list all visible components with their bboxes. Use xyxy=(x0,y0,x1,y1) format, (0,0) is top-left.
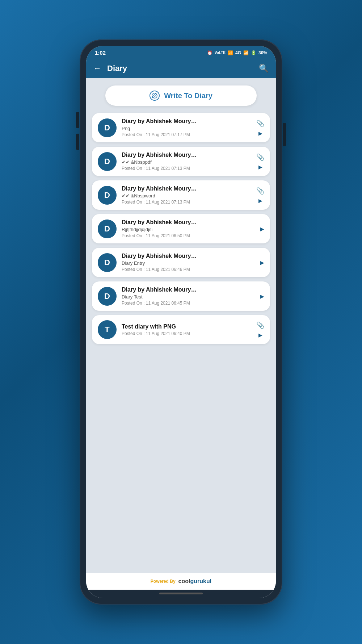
entry-actions: 📎 ▶ xyxy=(256,187,264,204)
chevron-right-icon[interactable]: ▶ xyxy=(260,293,264,299)
entry-actions: ▶ xyxy=(260,293,264,299)
chevron-right-icon[interactable]: ▶ xyxy=(258,164,262,170)
entry-content: Diary by Abhishek Moury… ✔✔ &Nbsppdf Pos… xyxy=(122,152,251,171)
entry-subtitle: Png xyxy=(122,126,251,131)
entry-avatar: D xyxy=(98,152,117,171)
write-button-label: Write To Diary xyxy=(164,92,212,100)
entry-content: Diary by Abhishek Moury… Diary Test Post… xyxy=(122,287,255,306)
entry-actions: 📎 ▶ xyxy=(256,153,264,170)
entry-title: Diary by Abhishek Moury… xyxy=(122,118,251,125)
entry-title: Diary by Abhishek Moury… xyxy=(122,152,251,158)
entry-title: Diary by Abhishek Moury… xyxy=(122,253,255,259)
battery-icon: 🔋 xyxy=(251,50,256,55)
entry-avatar: T xyxy=(98,320,117,339)
diary-entry-card[interactable]: D Diary by Abhishek Moury… Diary Entry P… xyxy=(92,248,270,277)
attachment-icon: 📎 xyxy=(256,120,264,127)
footer: Powered By coolgurukul xyxy=(86,573,276,590)
entry-actions: ▶ xyxy=(260,226,264,232)
app-header: ← Diary 🔍 xyxy=(86,59,276,78)
entry-avatar: D xyxy=(98,253,117,272)
entry-subtitle: ✔✔ &Nbspword xyxy=(122,193,251,198)
write-to-diary-button[interactable]: Write To Diary xyxy=(105,85,257,106)
entry-actions: 📎 ▶ xyxy=(256,120,264,136)
svg-point-0 xyxy=(152,93,157,98)
diary-entry-card[interactable]: D Diary by Abhishek Moury… ✔✔ &Nbsppdf P… xyxy=(92,147,270,176)
entry-title: Diary by Abhishek Moury… xyxy=(122,287,255,293)
page-title: Diary xyxy=(107,64,253,73)
attachment-icon: 📎 xyxy=(256,321,264,329)
entry-content: Diary by Abhishek Moury… ✔✔ &Nbspword Po… xyxy=(122,185,251,205)
lte-icon: VoLTE xyxy=(215,51,226,55)
battery-label: 30% xyxy=(258,50,267,55)
powered-by-label: Powered By xyxy=(151,579,176,584)
diary-entry-card[interactable]: D Diary by Abhishek Moury… Diary Test Po… xyxy=(92,281,270,311)
entry-date: Posted On : 11 Aug 2021 06:46 PM xyxy=(122,267,255,272)
chevron-right-icon[interactable]: ▶ xyxy=(258,130,262,136)
status-time: 1:02 xyxy=(95,50,106,56)
chevron-right-icon[interactable]: ▶ xyxy=(258,332,262,338)
volume-down-button[interactable] xyxy=(76,134,79,150)
network-label: 4G xyxy=(235,50,241,55)
home-bar[interactable] xyxy=(159,593,203,594)
content-area: Write To Diary D Diary by Abhishek Moury… xyxy=(86,78,276,573)
chevron-right-icon[interactable]: ▶ xyxy=(258,198,262,204)
entry-date: Posted On : 11 Aug 2021 06:40 PM xyxy=(122,331,251,336)
alarm-icon: ⏰ xyxy=(207,50,212,55)
entry-content: Diary by Abhishek Moury… Png Posted On :… xyxy=(122,118,251,137)
edit-icon xyxy=(150,91,160,101)
entry-avatar: D xyxy=(98,219,117,238)
entry-avatar: D xyxy=(98,186,117,205)
entry-subtitle: Diary Test xyxy=(122,294,255,300)
brand-gurukul: gurukul xyxy=(190,578,211,584)
entry-actions: 📎 ▶ xyxy=(256,321,264,338)
volume-up-button[interactable] xyxy=(76,112,79,128)
chevron-right-icon[interactable]: ▶ xyxy=(260,260,264,265)
status-bar: 1:02 ⏰ VoLTE 📶 4G 📶 🔋 30% xyxy=(86,46,276,59)
diary-entry-card[interactable]: T Test diary with PNG Posted On : 11 Aug… xyxy=(92,315,270,344)
search-button[interactable]: 🔍 xyxy=(259,64,269,73)
phone-screen: 1:02 ⏰ VoLTE 📶 4G 📶 🔋 30% ← Diary 🔍 xyxy=(86,46,276,598)
entry-subtitle: Rjjfjfhdjjdjdjdjsi xyxy=(122,227,255,232)
entry-subtitle: Diary Entry xyxy=(122,260,255,266)
entry-content: Diary by Abhishek Moury… Diary Entry Pos… xyxy=(122,253,255,272)
write-button-container: Write To Diary xyxy=(92,85,270,106)
entry-date: Posted On : 11 Aug 2021 07:13 PM xyxy=(122,200,251,205)
entry-avatar: D xyxy=(98,118,117,137)
entry-title: Test diary with PNG xyxy=(122,323,251,330)
attachment-icon: 📎 xyxy=(256,153,264,161)
entry-date: Posted On : 11 Aug 2021 07:17 PM xyxy=(122,132,251,137)
entry-date: Posted On : 11 Aug 2021 06:50 PM xyxy=(122,233,255,238)
signal-icon: 📶 xyxy=(243,50,249,55)
diary-entry-card[interactable]: D Diary by Abhishek Moury… ✔✔ &Nbspword … xyxy=(92,180,270,210)
status-icons: ⏰ VoLTE 📶 4G 📶 🔋 30% xyxy=(207,50,267,55)
power-button[interactable] xyxy=(283,123,286,146)
entry-subtitle: ✔✔ &Nbsppdf xyxy=(122,159,251,165)
attachment-icon: 📎 xyxy=(256,187,264,195)
wifi-icon: 📶 xyxy=(228,50,233,55)
entry-content: Test diary with PNG Posted On : 11 Aug 2… xyxy=(122,323,251,336)
entry-title: Diary by Abhishek Moury… xyxy=(122,185,251,192)
phone-frame: 1:02 ⏰ VoLTE 📶 4G 📶 🔋 30% ← Diary 🔍 xyxy=(80,39,282,605)
brand-label: coolgurukul xyxy=(178,578,212,585)
brand-cool: cool xyxy=(178,578,190,584)
back-button[interactable]: ← xyxy=(93,64,101,73)
entry-avatar: D xyxy=(98,287,117,306)
diary-entry-card[interactable]: D Diary by Abhishek Moury… Png Posted On… xyxy=(92,113,270,142)
entry-content: Diary by Abhishek Moury… Rjjfjfhdjjdjdjd… xyxy=(122,219,255,238)
entry-date: Posted On : 11 Aug 2021 07:13 PM xyxy=(122,166,251,171)
chevron-right-icon[interactable]: ▶ xyxy=(260,226,264,232)
diary-entries-list: D Diary by Abhishek Moury… Png Posted On… xyxy=(92,113,270,344)
home-indicator-area xyxy=(86,590,276,598)
diary-entry-card[interactable]: D Diary by Abhishek Moury… Rjjfjfhdjjdjd… xyxy=(92,214,270,243)
entry-actions: ▶ xyxy=(260,260,264,265)
entry-date: Posted On : 11 Aug 2021 06:45 PM xyxy=(122,301,255,306)
entry-title: Diary by Abhishek Moury… xyxy=(122,219,255,226)
